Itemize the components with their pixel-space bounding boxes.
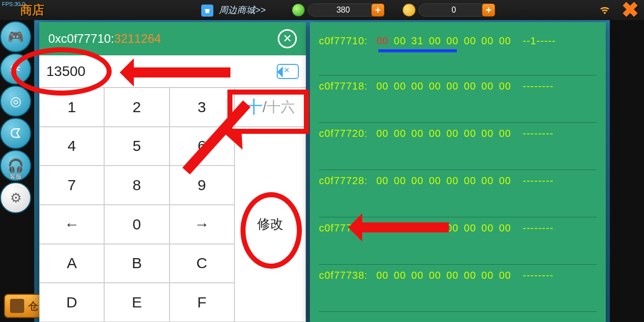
currency-gold: 0 + [403,3,495,17]
crop-icon: ✂ [10,61,21,77]
dec-label: 十 [246,96,263,119]
sidebar-item-pacman[interactable]: ᗧ [0,118,31,149]
key-9[interactable]: 9 [170,166,234,205]
memory-row[interactable]: c0f77720: 00 00 00 00 00 00 00 00 ------… [319,123,597,170]
gear-icon: ⚙ [10,190,22,206]
mall-icon [201,5,213,17]
sidebar-item-search[interactable]: ◎ [0,86,31,117]
key-right[interactable]: → [170,205,234,244]
add-green-currency-button[interactable]: + [371,4,384,17]
top-bar: FPS:30.0 商店 周边商城>> 380 + 0 + ✖ [0,0,644,20]
pacman-icon: ᗧ [10,126,21,141]
key-dec-hex-toggle[interactable]: 十/十六 [234,88,306,127]
editor-input-value[interactable]: 13500 [46,63,277,79]
green-coin-icon [292,4,305,17]
gamepad-icon: 🎮 [8,29,24,45]
shop-title: 商店 [20,2,44,18]
editor-address-hex: 0xc0f77710: [48,32,114,46]
memory-viewer-panel[interactable]: c0f77710: 00 00 31 00 00 00 00 00 --1---… [310,22,606,322]
currency-green: 380 + [292,3,384,17]
keypad: 1 2 3 十/十六 4 5 6 修改 7 8 9 ← 0 → A B C D … [39,88,306,322]
add-gold-currency-button[interactable]: + [482,4,495,17]
sidebar-item-settings[interactable]: ⚙ [0,182,31,213]
key-C[interactable]: C [170,244,234,283]
sidebar-item-gamepad[interactable]: 🎮 [0,21,31,52]
sidebar-item-support[interactable]: 🎧客服 [0,150,31,181]
currency-gold-value: 0 [419,4,489,17]
editor-header: 0xc0f77710: 3211264 ✕ [39,22,306,55]
hex-label: 十六 [267,98,295,117]
key-E[interactable]: E [104,283,169,322]
search-icon: ◎ [10,94,22,109]
mall-link-label: 周边商城>> [219,5,266,15]
selection-underline [378,49,457,52]
key-0[interactable]: 0 [104,205,169,244]
currency-green-value: 380 [308,4,378,17]
close-button[interactable]: ✖ [621,0,639,20]
key-5[interactable]: 5 [104,127,169,166]
key-8[interactable]: 8 [104,166,169,205]
key-1[interactable]: 1 [39,88,104,127]
key-3[interactable]: 3 [170,88,234,127]
sidebar-item-crop[interactable]: ✂ [0,53,31,85]
mall-link[interactable]: 周边商城>> [201,4,266,17]
key-7[interactable]: 7 [39,166,104,205]
key-A[interactable]: A [39,244,104,283]
warehouse-label: 仓 [28,299,38,313]
memory-row[interactable]: c0f77738: 00 00 00 00 00 00 00 00 ------… [319,265,597,312]
key-modify[interactable]: 修改 [234,127,306,322]
memory-row[interactable]: c0f77730: 00 00 00 00 00 00 00 00 ------… [319,217,597,265]
editor-address-dec: 3211264 [114,32,161,46]
box-icon [10,299,24,313]
sidebar: 🎮 ✂ ◎ ᗧ 🎧客服 ⚙ [0,20,35,322]
value-editor-panel: 0xc0f77710: 3211264 ✕ 13500 1 2 3 十/十六 4… [39,22,306,322]
memory-row[interactable]: c0f77728: 00 00 00 00 00 00 00 00 ------… [319,170,597,217]
key-B[interactable]: B [104,244,169,283]
editor-input-row: 13500 [39,55,306,88]
key-F[interactable]: F [170,283,234,322]
headset-icon: 🎧 [8,158,24,174]
gold-coin-icon [403,4,416,17]
key-D[interactable]: D [39,283,104,322]
key-6[interactable]: 6 [170,127,234,166]
key-left[interactable]: ← [39,205,104,244]
signal-icon [599,4,611,16]
editor-close-button[interactable]: ✕ [278,29,297,48]
key-4[interactable]: 4 [39,127,104,166]
memory-row[interactable]: c0f77710: 00 00 31 00 00 00 00 00 --1---… [319,35,597,75]
memory-row[interactable]: c0f77718: 00 00 00 00 00 00 00 00 ------… [319,75,597,123]
backspace-button[interactable] [277,64,299,79]
sidebar-item-label: 客服 [1,173,30,181]
key-2[interactable]: 2 [104,88,169,127]
